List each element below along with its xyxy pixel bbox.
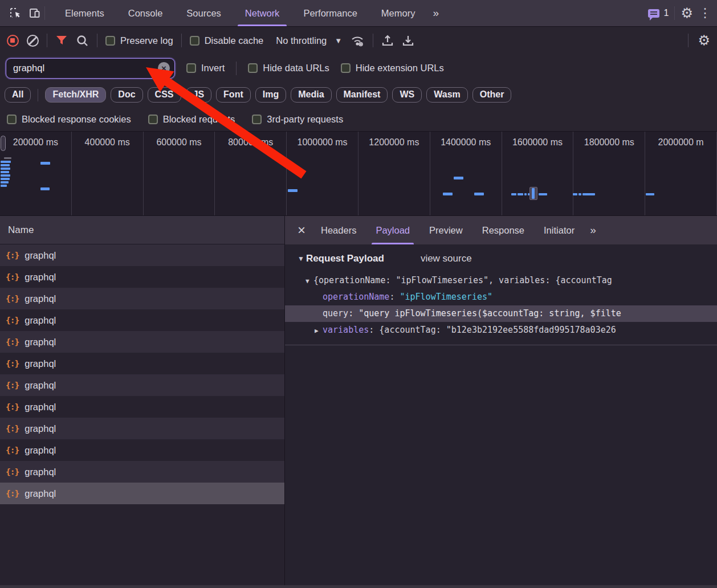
blocked-response-cookies-checkbox[interactable]: Blocked response cookies <box>7 114 131 125</box>
chip-ws[interactable]: WS <box>392 87 422 103</box>
tab-sources[interactable]: Sources <box>174 0 233 26</box>
settings-gear-icon[interactable]: ⚙ <box>681 6 693 20</box>
checkbox-icon <box>248 63 258 73</box>
network-conditions-icon[interactable] <box>350 34 365 47</box>
timeline-tick-label: 1000000 ms <box>287 132 358 215</box>
payload-variables-line[interactable]: ▶variables: {accountTag: "b12e3b2192ee55… <box>285 322 717 338</box>
payload-operation-line[interactable]: operationName: "ipFlowTimeseries" <box>285 289 717 305</box>
close-icon[interactable]: × <box>292 223 311 237</box>
collapse-triangle-icon[interactable]: ▼ <box>305 273 313 289</box>
view-source-link[interactable]: view source <box>421 253 472 264</box>
filter-input[interactable] <box>13 63 158 74</box>
request-row[interactable]: {:}graphql <box>0 266 284 288</box>
timeline-request-bar <box>573 193 577 195</box>
checkbox-icon <box>190 36 199 46</box>
payload-query-line[interactable]: query: "query ipFlowTimeseries($accountT… <box>285 305 717 322</box>
detail-tab-headers[interactable]: Headers <box>311 216 366 244</box>
throttling-dropdown[interactable]: No throttling ▼ <box>276 35 342 46</box>
timeline-request-bar <box>443 193 453 195</box>
preserve-log-checkbox[interactable]: Preserve log <box>105 35 173 46</box>
chip-fetch-xhr[interactable]: Fetch/XHR <box>45 87 106 103</box>
timeline-tick-label: 600000 ms <box>144 132 215 215</box>
detail-tab-response[interactable]: Response <box>472 216 534 244</box>
request-row[interactable]: {:}graphql <box>0 353 284 374</box>
tab-performance[interactable]: Performance <box>291 0 369 26</box>
divider <box>674 6 675 20</box>
chip-css[interactable]: CSS <box>148 87 181 103</box>
timeline-tick-label: 200000 ms <box>0 132 72 215</box>
chip-font[interactable]: Font <box>216 87 251 103</box>
chip-manifest[interactable]: Manifest <box>336 87 388 103</box>
expand-triangle-icon[interactable]: ▶ <box>315 322 323 338</box>
collapse-triangle-icon[interactable]: ▼ <box>298 255 304 263</box>
more-detail-tabs-icon[interactable]: » <box>584 224 601 236</box>
divider <box>688 34 689 47</box>
filter-icon[interactable] <box>55 35 68 46</box>
request-row[interactable]: {:}graphql <box>0 288 284 309</box>
chip-media[interactable]: Media <box>291 87 331 103</box>
detail-tab-preview[interactable]: Preview <box>419 216 472 244</box>
request-row[interactable]: {:}graphql <box>0 374 284 396</box>
disable-cache-checkbox[interactable]: Disable cache <box>190 35 264 46</box>
blocked-requests-checkbox[interactable]: Blocked requests <box>148 114 235 125</box>
invert-checkbox[interactable]: Invert <box>186 63 225 74</box>
tab-memory[interactable]: Memory <box>369 0 427 26</box>
fetch-xhr-icon: {:} <box>6 272 19 281</box>
request-name: graphql <box>25 467 56 477</box>
timeline-request-bar <box>518 193 523 195</box>
inspect-element-icon[interactable] <box>6 3 25 23</box>
request-row[interactable]: {:}graphql <box>0 244 284 266</box>
3rd-party-requests-checkbox[interactable]: 3rd-party requests <box>252 114 343 125</box>
device-toolbar-icon[interactable] <box>25 3 44 23</box>
chip-js[interactable]: JS <box>186 87 212 103</box>
request-row[interactable]: {:}graphql <box>0 309 284 331</box>
request-row[interactable]: {:}graphql <box>0 396 284 418</box>
kebab-menu-icon[interactable]: ⋮ <box>699 7 711 19</box>
tab-console[interactable]: Console <box>116 0 175 26</box>
chip-all[interactable]: All <box>5 87 31 103</box>
timeline-request-bar <box>1 168 10 170</box>
extra-filters-row: Blocked response cookiesBlocked requests… <box>0 108 717 132</box>
name-column-header[interactable]: Name <box>0 216 284 244</box>
request-name: graphql <box>25 402 56 413</box>
network-overview-timeline[interactable]: 200000 ms400000 ms600000 ms800000 ms1000… <box>0 132 717 216</box>
checkbox-icon <box>186 63 196 73</box>
timeline-request-bar <box>646 193 654 195</box>
request-name: graphql <box>25 423 56 434</box>
timeline-tick-label: 1800000 ms <box>573 132 645 215</box>
checkbox-icon <box>105 36 115 46</box>
fetch-xhr-icon: {:} <box>6 294 19 303</box>
request-row[interactable]: {:}graphql <box>0 439 284 461</box>
request-row[interactable]: {:}graphql <box>0 461 284 483</box>
timeline-resize-handle[interactable] <box>1 136 6 151</box>
payload-summary-line[interactable]: ▼{operationName: "ipFlowTimeseries", var… <box>285 272 717 289</box>
hide-extension-urls-checkbox[interactable]: Hide extension URLs <box>341 63 444 74</box>
request-row[interactable]: {:}graphql <box>0 331 284 353</box>
tab-network[interactable]: Network <box>233 0 292 26</box>
chip-img[interactable]: Img <box>255 87 286 103</box>
divider <box>236 62 237 75</box>
issues-indicator[interactable]: 1 <box>648 8 669 18</box>
request-row[interactable]: {:}graphql <box>0 418 284 439</box>
hide-data-urls-checkbox[interactable]: Hide data URLs <box>248 63 329 74</box>
search-icon[interactable] <box>76 34 89 47</box>
chip-doc[interactable]: Doc <box>111 87 142 103</box>
timeline-request-bar <box>1 178 10 180</box>
fetch-xhr-icon: {:} <box>6 424 19 433</box>
import-har-icon[interactable] <box>381 34 394 47</box>
clear-network-log-icon[interactable] <box>27 35 39 47</box>
section-title: Request Payload <box>306 253 384 264</box>
network-settings-gear-icon[interactable]: ⚙ <box>698 34 710 47</box>
export-har-icon[interactable] <box>402 34 414 47</box>
clear-filter-icon[interactable]: × <box>158 62 170 74</box>
record-network-log-button[interactable] <box>7 35 19 47</box>
request-name: graphql <box>25 315 56 326</box>
detail-tab-initiator[interactable]: Initiator <box>534 216 584 244</box>
request-row[interactable]: {:}graphql <box>0 483 284 504</box>
chip-wasm[interactable]: Wasm <box>426 87 468 103</box>
divider <box>285 345 717 345</box>
tab-elements[interactable]: Elements <box>53 0 116 26</box>
chip-other[interactable]: Other <box>472 87 512 103</box>
more-tabs-icon[interactable]: » <box>427 7 443 19</box>
detail-tab-payload[interactable]: Payload <box>366 216 419 244</box>
